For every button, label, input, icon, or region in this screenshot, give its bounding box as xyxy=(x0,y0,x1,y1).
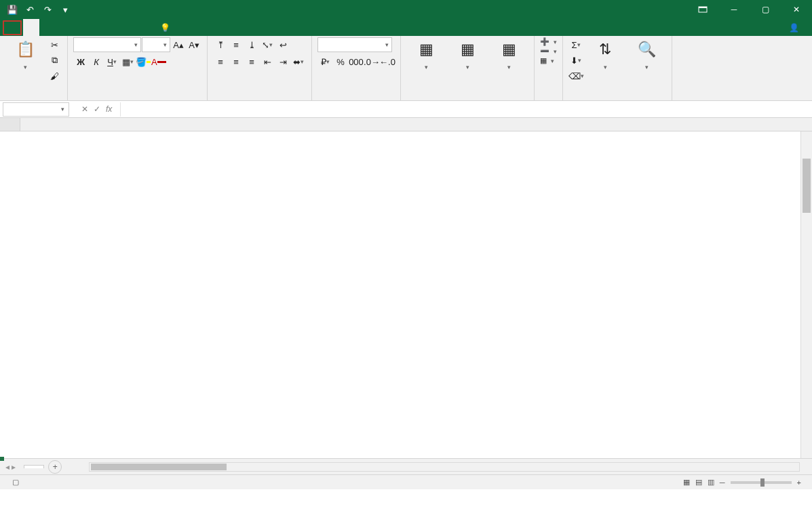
cell-styles-button[interactable]: ▦▾ xyxy=(489,37,528,71)
zoom-in-icon[interactable]: + xyxy=(797,478,801,487)
clear-icon[interactable]: ⌫▾ xyxy=(568,68,583,83)
find-select-button[interactable]: 🔍▾ xyxy=(627,37,666,71)
copy-icon[interactable]: ⧉ xyxy=(47,53,62,68)
italic-icon[interactable]: К xyxy=(89,54,104,69)
increase-indent-icon[interactable]: ⇥ xyxy=(275,54,290,69)
cut-icon[interactable]: ✂ xyxy=(47,37,62,52)
currency-icon[interactable]: ₽▾ xyxy=(317,54,332,69)
close-icon[interactable]: ✕ xyxy=(781,0,812,19)
autosum-icon[interactable]: Σ▾ xyxy=(568,37,583,52)
save-icon[interactable]: 💾 xyxy=(4,1,20,18)
underline-icon[interactable]: Ч▾ xyxy=(104,54,119,69)
find-icon: 🔍 xyxy=(636,39,657,60)
decrease-decimal-icon[interactable]: ←.0 xyxy=(380,54,395,69)
percent-icon[interactable]: % xyxy=(333,54,348,69)
font-name-select[interactable]: ▾ xyxy=(73,37,141,52)
group-cells: ➕▾ ➖▾ ▦▾ xyxy=(535,36,563,100)
format-painter-icon[interactable]: 🖌 xyxy=(47,68,62,83)
qat-customize-icon[interactable]: ▾ xyxy=(57,1,73,18)
fill-color-icon[interactable]: 🪣 xyxy=(136,54,151,69)
tab-insert[interactable] xyxy=(39,19,56,36)
bold-icon[interactable]: Ж xyxy=(73,54,88,69)
increase-font-icon[interactable]: A▴ xyxy=(171,37,186,52)
tab-view[interactable] xyxy=(121,19,137,36)
fill-icon[interactable]: ⬇▾ xyxy=(568,53,583,68)
view-page-break-icon[interactable]: ▥ xyxy=(708,478,714,487)
vertical-scrollbar[interactable] xyxy=(800,131,812,458)
accept-formula-icon[interactable]: ✓ xyxy=(94,104,100,114)
conditional-format-icon: ▦ xyxy=(415,39,437,60)
tab-data[interactable] xyxy=(88,19,104,36)
decrease-font-icon[interactable]: A▾ xyxy=(187,37,201,52)
add-sheet-icon[interactable]: + xyxy=(48,460,62,474)
align-top-icon[interactable]: ⤒ xyxy=(213,37,228,52)
name-box[interactable]: ▾ xyxy=(3,102,69,117)
group-font: ▾ ▾ A▴ A▾ Ж К Ч▾ ▦▾ 🪣 A xyxy=(68,36,208,100)
bulb-icon: 💡 xyxy=(160,23,170,33)
tab-formulas[interactable] xyxy=(72,19,88,36)
merge-cells-icon[interactable]: ⬌▾ xyxy=(291,54,306,69)
increase-decimal-icon[interactable]: .0→ xyxy=(364,54,379,69)
delete-cells-button[interactable]: ➖▾ xyxy=(540,47,557,56)
tell-me[interactable]: 💡 xyxy=(153,19,180,36)
share-button[interactable]: 👤 xyxy=(779,19,812,36)
tab-home[interactable] xyxy=(23,19,39,36)
select-all-corner[interactable] xyxy=(0,118,20,131)
group-styles: ▦▾ ▦▾ ▦▾ xyxy=(401,36,535,100)
sheet-tab[interactable] xyxy=(24,465,44,468)
scroll-thumb[interactable] xyxy=(803,159,811,213)
zoom-out-icon[interactable]: ─ xyxy=(720,478,725,487)
sheet-nav[interactable]: ◂ ▸ xyxy=(0,462,21,472)
borders-icon[interactable]: ▦▾ xyxy=(120,54,135,69)
ribbon: 📋 ▾ ✂ ⧉ 🖌 ▾ ▾ A▴ A▾ Ж К Ч▾ ▦▾ xyxy=(0,36,812,101)
ribbon-display-icon[interactable] xyxy=(687,0,718,19)
delete-cells-icon: ➖ xyxy=(540,47,549,56)
fx-icon[interactable]: fx xyxy=(106,104,112,114)
tab-page-layout[interactable] xyxy=(56,19,72,36)
redo-icon[interactable]: ↷ xyxy=(39,1,56,18)
cancel-formula-icon[interactable]: ✕ xyxy=(81,104,88,114)
align-middle-icon[interactable]: ≡ xyxy=(229,37,244,52)
align-bottom-icon[interactable]: ⤓ xyxy=(244,37,259,52)
align-left-icon[interactable]: ≡ xyxy=(213,54,228,69)
font-size-select[interactable]: ▾ xyxy=(142,37,170,52)
table-icon: ▦ xyxy=(457,39,478,60)
tab-developer[interactable] xyxy=(137,19,153,36)
scroll-thumb[interactable] xyxy=(91,464,227,470)
zoom-handle[interactable] xyxy=(760,478,765,487)
macro-record-icon[interactable]: ▢ xyxy=(12,478,19,487)
column-headers xyxy=(0,118,812,131)
orientation-icon[interactable]: ⤡▾ xyxy=(260,37,275,52)
comma-icon[interactable]: 000 xyxy=(349,54,364,69)
font-color-icon[interactable]: A xyxy=(151,54,166,69)
formula-input[interactable] xyxy=(120,102,812,117)
view-normal-icon[interactable]: ▦ xyxy=(683,478,690,487)
wrap-text-icon[interactable]: ↩ xyxy=(275,37,290,52)
zoom-slider[interactable] xyxy=(731,481,792,484)
view-page-layout-icon[interactable]: ▤ xyxy=(695,478,702,487)
grid-rows[interactable] xyxy=(0,131,812,457)
sort-filter-button[interactable]: ⇅▾ xyxy=(585,37,625,71)
tab-file[interactable] xyxy=(3,20,22,35)
insert-cells-icon: ➕ xyxy=(540,37,549,46)
sheet-tabs-bar: ◂ ▸ + xyxy=(0,458,812,474)
conditional-format-button[interactable]: ▦▾ xyxy=(406,37,446,71)
format-as-table-button[interactable]: ▦▾ xyxy=(448,37,487,71)
number-format-select[interactable]: ▾ xyxy=(317,37,392,52)
group-editing: Σ▾ ⬇▾ ⌫▾ ⇅▾ 🔍▾ xyxy=(563,36,672,100)
group-clipboard: 📋 ▾ ✂ ⧉ 🖌 xyxy=(0,36,68,100)
align-center-icon[interactable]: ≡ xyxy=(229,54,244,69)
decrease-indent-icon[interactable]: ⇤ xyxy=(260,54,275,69)
horizontal-scrollbar[interactable] xyxy=(89,462,800,472)
format-cells-button[interactable]: ▦▾ xyxy=(540,56,554,65)
group-number: ▾ ₽▾ % 000 .0→ ←.0 xyxy=(312,36,401,100)
paste-button[interactable]: 📋 ▾ xyxy=(5,37,45,71)
minimize-icon[interactable]: ─ xyxy=(718,0,750,19)
maximize-icon[interactable]: ▢ xyxy=(750,0,781,19)
format-cells-icon: ▦ xyxy=(540,56,547,65)
undo-icon[interactable]: ↶ xyxy=(22,1,38,18)
worksheet xyxy=(0,118,812,458)
align-right-icon[interactable]: ≡ xyxy=(244,54,259,69)
insert-cells-button[interactable]: ➕▾ xyxy=(540,37,557,46)
tab-review[interactable] xyxy=(104,19,121,36)
